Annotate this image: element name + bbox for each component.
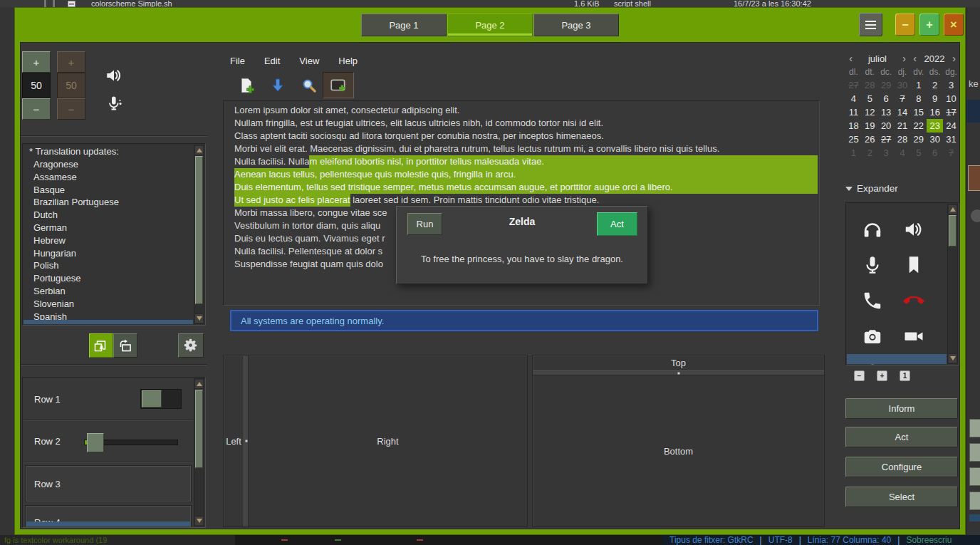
act-button[interactable]: Act — [597, 212, 637, 236]
list-item-language[interactable]: Hebrew — [24, 234, 193, 247]
tab-page-3[interactable]: Page 3 — [533, 14, 619, 36]
scrollbar-thumb[interactable] — [949, 215, 956, 246]
calendar-day[interactable]: 31 — [943, 133, 959, 146]
calendar-day[interactable]: 1 — [910, 78, 927, 92]
spin-plus-button[interactable]: + — [22, 51, 51, 73]
inform-button[interactable]: Inform — [845, 398, 958, 419]
calendar-day[interactable]: 30 — [895, 78, 911, 92]
calendar-day[interactable]: 1 — [845, 146, 862, 160]
calendar-day[interactable]: 6 — [927, 146, 943, 160]
calendar-day[interactable]: 5 — [862, 92, 878, 105]
calendar-day[interactable]: 6 — [878, 92, 895, 105]
act-button-right[interactable]: Act — [845, 427, 958, 447]
bookmark-icon[interactable] — [893, 247, 934, 283]
new-document-icon[interactable] — [234, 73, 259, 98]
calendar-day[interactable]: 29 — [878, 78, 895, 92]
calendar-day[interactable]: 2 — [862, 146, 878, 160]
orientation-toggle-button[interactable] — [113, 333, 137, 358]
monitor-icon[interactable] — [893, 354, 934, 365]
pane-splitter-horizontal[interactable] — [533, 370, 824, 375]
calendar-day[interactable]: 3 — [943, 78, 959, 92]
pane-splitter-vertical[interactable] — [244, 355, 249, 526]
list-item-language[interactable]: Dutch — [24, 209, 193, 222]
list-item-language[interactable]: Hungarian — [24, 247, 193, 260]
slider[interactable] — [84, 440, 178, 445]
calendar-next-year-icon[interactable]: › — [949, 53, 959, 64]
list-item[interactable]: Row 2 — [24, 422, 193, 460]
maximize-button[interactable]: + — [919, 14, 939, 36]
add-emblem-button[interactable]: + — [877, 370, 887, 381]
list-scrollbar[interactable] — [194, 145, 204, 324]
calendar-day[interactable]: 11 — [845, 105, 862, 119]
calendar-day[interactable]: 10 — [943, 92, 959, 105]
list-item-language[interactable]: German — [24, 222, 193, 234]
calendar-day[interactable]: 9 — [927, 92, 943, 105]
scroll-down-icon[interactable] — [195, 313, 203, 323]
list-item-language[interactable]: Assamese — [24, 171, 193, 184]
remove-emblem-button[interactable]: − — [854, 370, 865, 381]
menu-help[interactable]: Help — [338, 56, 358, 66]
translation-list[interactable]: * Translation updates: AragoneseAssamese… — [22, 143, 206, 326]
person-icon[interactable] — [852, 354, 893, 365]
volume-icon[interactable] — [893, 212, 934, 247]
one-emblem-button[interactable]: 1 — [900, 370, 910, 381]
list-item-language[interactable]: Slovenian — [24, 298, 193, 311]
calendar-day[interactable]: 7 — [895, 92, 911, 105]
scrollbar-thumb[interactable] — [195, 156, 203, 304]
menu-file[interactable]: File — [230, 56, 245, 66]
gear-icon[interactable] — [178, 333, 204, 358]
list-item-language[interactable]: Polish — [24, 259, 193, 272]
calendar-day[interactable]: 17 — [943, 105, 959, 119]
calendar-day[interactable]: 26 — [862, 133, 878, 146]
list-item[interactable]: Row 3 — [26, 466, 191, 502]
spin-value[interactable]: 50 — [22, 73, 51, 98]
list-item-language[interactable]: Portuguese — [24, 272, 193, 285]
calendar-day[interactable]: 13 — [878, 105, 895, 119]
calendar-day[interactable]: 27 — [878, 133, 895, 146]
calendar-day[interactable]: 7 — [943, 146, 959, 160]
scroll-up-icon[interactable] — [949, 205, 956, 214]
configure-button[interactable]: Configure — [845, 457, 958, 477]
toggle-switch[interactable] — [140, 389, 182, 409]
calendar-day[interactable]: 28 — [895, 133, 911, 146]
calendar-day[interactable]: 16 — [927, 105, 943, 119]
menu-icon[interactable] — [859, 13, 882, 36]
phone-hangup-icon[interactable] — [893, 283, 934, 318]
calendar-day[interactable]: 24 — [943, 119, 959, 133]
screenshot-toolbar-toggle[interactable] — [323, 72, 354, 98]
calendar-prev-year-icon[interactable]: ‹ — [909, 53, 920, 64]
calendar-day[interactable]: 22 — [910, 119, 927, 133]
slider-handle[interactable] — [87, 433, 104, 452]
tab-page-1[interactable]: Page 1 — [361, 14, 447, 36]
calendar-day[interactable]: 30 — [927, 133, 943, 146]
headphones-icon[interactable] — [852, 212, 893, 247]
spin-minus-button[interactable]: − — [22, 98, 51, 120]
search-icon[interactable] — [297, 73, 321, 98]
calendar-day[interactable]: 5 — [910, 146, 927, 160]
calendar-day[interactable]: 2 — [927, 78, 943, 92]
calendar-next-month-icon[interactable]: › — [899, 53, 909, 64]
list-item-language[interactable]: Basque — [24, 184, 193, 197]
tab-page-2[interactable]: Page 2 — [447, 14, 533, 36]
calendar-day[interactable]: 4 — [845, 92, 862, 105]
calendar-day[interactable]: 14 — [895, 105, 911, 119]
scroll-up-icon[interactable] — [195, 380, 203, 389]
calendar-day[interactable]: 15 — [910, 105, 927, 119]
calendar-day[interactable]: 12 — [862, 105, 878, 119]
calendar-day[interactable]: 28 — [862, 78, 878, 92]
download-arrow-icon[interactable] — [266, 73, 290, 98]
calendar-prev-month-icon[interactable]: ‹ — [845, 53, 856, 64]
microphone-icon[interactable] — [852, 247, 893, 283]
list-item-language[interactable]: Serbian — [24, 285, 193, 298]
calendar-day[interactable]: 18 — [845, 119, 862, 133]
calendar-day[interactable]: 21 — [895, 119, 911, 133]
camera-icon[interactable] — [852, 318, 893, 354]
calendar-day[interactable]: 19 — [862, 119, 878, 133]
scroll-down-icon[interactable] — [195, 516, 203, 525]
icons-scrollbar[interactable] — [947, 204, 958, 364]
calendar-day[interactable]: 4 — [895, 146, 911, 160]
calendar-day[interactable]: 23 — [927, 119, 943, 133]
icon-view[interactable] — [845, 202, 959, 365]
menu-edit[interactable]: Edit — [264, 56, 280, 66]
calendar-day[interactable]: 29 — [910, 133, 927, 146]
